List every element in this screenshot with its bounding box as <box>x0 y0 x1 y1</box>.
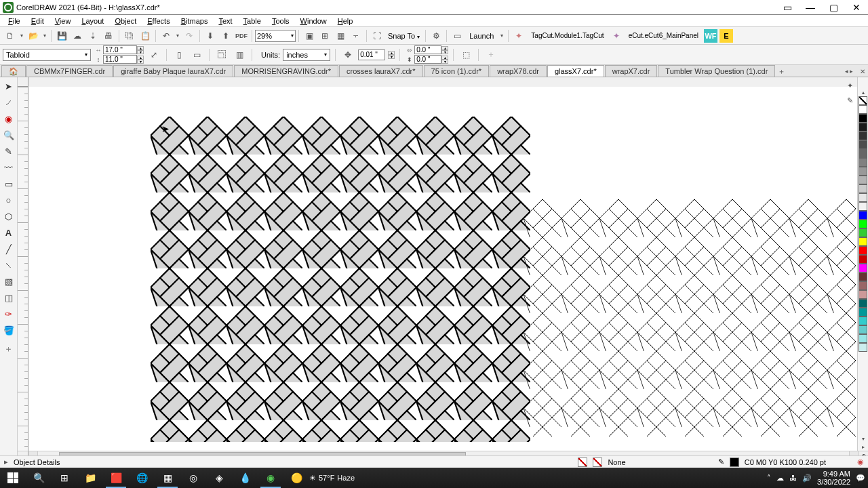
minimize-button[interactable]: — <box>799 1 822 14</box>
color-swatch[interactable] <box>859 290 867 299</box>
menu-help[interactable]: Help <box>332 17 359 25</box>
notifications-button[interactable]: 💬 <box>856 474 865 483</box>
taskbar-chrome[interactable]: 🟡 <box>283 468 309 488</box>
palette-flyout-button[interactable]: ▸ <box>862 443 865 451</box>
taskbar-app-1[interactable]: 🟥 <box>103 468 129 488</box>
menu-bitmaps[interactable]: Bitmaps <box>176 17 214 25</box>
expand-status-icon[interactable]: ▸ <box>4 458 8 466</box>
color-swatch[interactable] <box>859 131 867 140</box>
zoom-level-combo[interactable]: 29% ▾ <box>255 30 296 42</box>
dup-y-input[interactable] <box>414 55 441 64</box>
color-swatch[interactable] <box>859 317 867 325</box>
open-button[interactable]: 📂 <box>26 28 41 43</box>
taskbar-app-3[interactable]: ▦ <box>155 468 180 488</box>
color-swatch[interactable] <box>859 158 867 167</box>
color-swatch[interactable] <box>859 281 867 290</box>
doc-tab-active[interactable]: glassX7.cdr* <box>547 65 604 77</box>
color-swatch[interactable] <box>859 114 867 123</box>
color-proof-icon[interactable]: ◉ <box>857 458 864 466</box>
taskbar-app-4[interactable]: ◎ <box>180 468 206 488</box>
add-preset-button[interactable]: ＋ <box>484 47 498 62</box>
menu-effects[interactable]: Effects <box>142 17 175 25</box>
ruler-origin[interactable] <box>18 77 28 87</box>
width-spinner[interactable]: ▴▾ <box>137 46 144 54</box>
treat-as-filled-button[interactable]: ⬚ <box>458 47 473 62</box>
color-swatch[interactable] <box>859 211 867 220</box>
page-height-input[interactable] <box>103 55 137 64</box>
shape-tool[interactable]: ⟋ <box>1 95 16 110</box>
new-doc-dropdown[interactable]: ▾ <box>18 33 25 39</box>
color-swatch[interactable] <box>859 193 867 202</box>
close-document-button[interactable]: ✕ <box>857 66 868 77</box>
parallel-dim-tool[interactable]: ╱ <box>1 241 16 256</box>
text-tool[interactable]: A <box>1 225 16 240</box>
show-rulers-button[interactable]: ⊞ <box>317 28 332 43</box>
taskbar-search-button[interactable]: 🔍 <box>26 468 52 488</box>
menu-layout[interactable]: Layout <box>76 17 109 25</box>
landscape-button[interactable]: ▭ <box>189 47 204 62</box>
export-button[interactable]: ⬆ <box>218 28 233 43</box>
ecut-label[interactable]: eCut.eCut6_MainPanel <box>625 32 703 39</box>
artistic-media-tool[interactable]: 〰 <box>1 160 16 175</box>
nudge-distance-input[interactable] <box>358 49 385 60</box>
ecut-icon[interactable]: ✦ <box>609 28 624 43</box>
color-swatch[interactable] <box>859 325 867 334</box>
color-swatch[interactable] <box>859 105 867 114</box>
color-swatch[interactable] <box>859 149 867 158</box>
doc-tab[interactable]: Tumbler Wrap Question (1).cdr <box>658 65 775 77</box>
units-combo[interactable]: inches▾ <box>283 49 330 61</box>
height-spinner[interactable]: ▴▾ <box>137 56 144 64</box>
zoom-tool[interactable]: 🔍 <box>1 127 16 142</box>
color-swatch[interactable] <box>859 140 867 149</box>
fill-indicator-icon[interactable] <box>578 458 587 467</box>
doc-tab[interactable]: wrapX78.cdr <box>490 65 547 77</box>
close-button[interactable]: ✕ <box>845 1 868 14</box>
color-swatch[interactable] <box>859 299 867 308</box>
add-document-button[interactable]: ＋ <box>776 66 787 77</box>
rectangle-tool[interactable]: ▭ <box>1 176 16 191</box>
color-swatch[interactable] <box>859 272 867 281</box>
color-swatch[interactable] <box>859 343 867 352</box>
doc-tab[interactable]: wrapX7.cdr <box>605 65 658 77</box>
file-explorer-button[interactable]: 📁 <box>77 468 103 488</box>
color-swatch[interactable] <box>859 123 867 131</box>
publish-pdf-button[interactable]: PDF <box>234 28 249 43</box>
menu-table[interactable]: Table <box>238 17 267 25</box>
add-tool-button[interactable]: ＋ <box>1 342 16 357</box>
fill-indicator-icon-2[interactable] <box>593 458 602 467</box>
color-swatch[interactable] <box>859 202 867 211</box>
object-details-label[interactable]: Object Details <box>14 458 60 466</box>
menu-edit[interactable]: Edit <box>26 17 50 25</box>
color-swatch[interactable] <box>859 255 867 264</box>
connector-tool[interactable]: ⟍ <box>1 258 16 272</box>
color-swatch[interactable] <box>859 264 867 272</box>
eyedropper-tool[interactable]: ✑ <box>1 306 16 321</box>
clock[interactable]: 9:49 AM 3/30/2022 <box>817 470 850 486</box>
open-dropdown[interactable]: ▾ <box>41 33 48 39</box>
wf-button[interactable]: WF <box>704 29 717 43</box>
redo-button[interactable]: ↷ <box>182 28 197 43</box>
taskbar-coreldraw[interactable]: ◉ <box>258 468 283 488</box>
ribbon-toggle-icon[interactable]: ▭ <box>776 1 799 14</box>
color-swatch[interactable] <box>859 184 867 193</box>
auto-fit-button[interactable]: ⤢ <box>146 47 161 62</box>
color-swatch[interactable] <box>859 176 867 184</box>
home-tab[interactable]: 🏠 <box>1 65 26 77</box>
doc-tab[interactable]: CBMMx7FINGER.cdr <box>26 65 113 77</box>
cloud-download-button[interactable]: ⇣ <box>85 28 100 43</box>
crop-tool[interactable]: ◉ <box>1 111 16 126</box>
palette-down-button[interactable]: ▾ <box>862 434 865 443</box>
tray-chevron-icon[interactable]: ˄ <box>767 474 771 483</box>
launch-app-button[interactable]: ▭ <box>450 28 465 43</box>
task-view-button[interactable]: ⊞ <box>52 468 77 488</box>
print-button[interactable]: 🖶 <box>101 28 116 43</box>
dup-x-input[interactable] <box>414 45 441 54</box>
menu-tools[interactable]: Tools <box>267 17 295 25</box>
nudge-spinner[interactable]: ▴▾ <box>388 51 395 59</box>
taskbar-app-6[interactable]: 💧 <box>232 468 258 488</box>
menu-file[interactable]: File <box>3 17 26 25</box>
page-preset-combo[interactable]: Tabloid▾ <box>3 49 91 61</box>
current-page-button[interactable]: ▥ <box>232 47 247 62</box>
drawing-canvas[interactable]: ➤ <box>28 87 859 451</box>
import-button[interactable]: ⬇ <box>203 28 218 43</box>
